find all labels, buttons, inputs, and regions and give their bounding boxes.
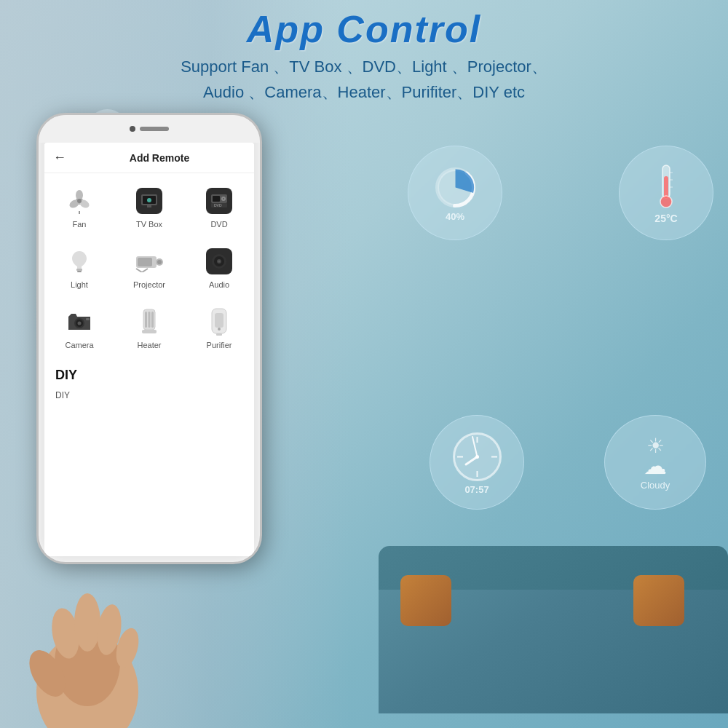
app-header: ← Add Remote xyxy=(44,143,254,173)
phone-frame: ← Add Remote xyxy=(36,113,262,564)
device-camera[interactable]: Camera xyxy=(44,298,114,358)
device-tv-box[interactable]: TV Box xyxy=(114,177,184,237)
svg-rect-31 xyxy=(86,318,90,320)
svg-rect-19 xyxy=(138,258,152,266)
projector-icon xyxy=(134,246,165,277)
humidity-ring-svg xyxy=(432,164,479,211)
humidity-value: 40% xyxy=(446,211,464,222)
phone-wrapper: ← Add Remote xyxy=(36,113,262,564)
svg-point-56 xyxy=(475,455,479,459)
device-light[interactable]: Light xyxy=(44,237,114,298)
svg-line-22 xyxy=(136,269,142,272)
svg-text:DVD: DVD xyxy=(214,203,222,207)
device-audio[interactable]: Audio xyxy=(184,237,254,298)
purifier-icon xyxy=(204,306,234,337)
dvd-icon: DVD xyxy=(204,186,234,216)
svg-point-4 xyxy=(77,199,82,203)
subtitle-line2: Audio 、Camera、Heater、Purifiter、DIY etc xyxy=(203,83,525,101)
phone-volume-button xyxy=(36,188,38,213)
sofa xyxy=(379,568,728,713)
diy-item[interactable]: DIY xyxy=(55,386,243,405)
heater-icon xyxy=(134,306,165,337)
temperature-value: 25°C xyxy=(654,213,677,224)
device-dvd[interactable]: DVD DVD xyxy=(184,177,254,237)
svg-point-30 xyxy=(78,322,82,325)
svg-point-27 xyxy=(218,261,221,263)
main-title: App Control xyxy=(0,7,728,51)
title-area: App Control Support Fan 、TV Box 、DVD、Lig… xyxy=(0,7,728,105)
tv-box-icon xyxy=(134,186,165,216)
purifier-label: Purifier xyxy=(207,341,232,349)
device-fan[interactable]: Fan xyxy=(44,177,114,237)
tv-box-icon-dark xyxy=(136,188,162,214)
svg-rect-16 xyxy=(76,269,82,271)
humidity-bubble: 40% xyxy=(408,146,502,240)
svg-point-21 xyxy=(157,260,162,264)
tv-box-label: TV Box xyxy=(136,220,162,229)
svg-point-45 xyxy=(660,196,672,207)
clock-svg xyxy=(450,430,505,484)
sofa-pillow-1 xyxy=(400,575,451,626)
svg-rect-36 xyxy=(142,330,157,333)
svg-rect-17 xyxy=(77,271,82,272)
diy-section: DIY DIY xyxy=(44,362,254,408)
subtitle-line1: Support Fan 、TV Box 、DVD、Light 、Projecto… xyxy=(181,58,547,76)
phone-camera xyxy=(130,126,135,132)
svg-rect-34 xyxy=(149,312,151,328)
sofa-pillow-2 xyxy=(633,575,684,626)
thermometer-svg xyxy=(648,162,684,213)
app-header-title: Add Remote xyxy=(74,152,245,164)
hand-holding-phone xyxy=(22,561,153,728)
device-projector[interactable]: Projector xyxy=(114,237,184,298)
svg-rect-33 xyxy=(145,312,147,328)
svg-rect-44 xyxy=(664,176,668,198)
svg-rect-11 xyxy=(213,196,220,202)
svg-rect-38 xyxy=(215,313,223,328)
subtitle: Support Fan 、TV Box 、DVD、Light 、Projecto… xyxy=(0,54,728,105)
svg-rect-35 xyxy=(151,312,154,328)
weather-bubble: ☀ ☁ Cloudy xyxy=(604,415,706,510)
diy-header: DIY xyxy=(55,368,243,383)
weather-condition: Cloudy xyxy=(641,480,670,491)
projector-label: Projector xyxy=(133,280,165,289)
room-sofa-area xyxy=(364,510,728,728)
clock-bubble: 07:57 xyxy=(430,415,524,510)
audio-label: Audio xyxy=(209,280,229,289)
svg-line-23 xyxy=(142,269,148,272)
svg-rect-8 xyxy=(147,205,151,207)
bubble-area: 40% 25°C xyxy=(408,146,713,510)
temperature-bubble: 25°C xyxy=(619,146,713,240)
phone-speaker xyxy=(140,127,169,131)
device-heater[interactable]: Heater xyxy=(114,298,184,358)
dvd-label: DVD xyxy=(210,220,227,229)
device-purifier[interactable]: Purifier xyxy=(184,298,254,358)
light-label: Light xyxy=(71,280,88,289)
clock-time: 07:57 xyxy=(464,484,488,495)
svg-point-60 xyxy=(74,593,100,652)
svg-rect-40 xyxy=(216,333,222,336)
audio-icon xyxy=(204,246,234,277)
camera-icon xyxy=(64,306,95,337)
svg-point-1 xyxy=(76,190,83,200)
light-icon xyxy=(64,246,95,277)
fan-icon xyxy=(64,186,95,216)
back-button[interactable]: ← xyxy=(53,150,66,165)
device-grid: Fan TV Box xyxy=(44,173,254,362)
audio-icon-dark xyxy=(206,248,232,274)
svg-point-13 xyxy=(223,198,224,199)
cloud-icon: ☁ xyxy=(644,452,667,480)
fan-label: Fan xyxy=(73,220,87,229)
svg-point-39 xyxy=(218,328,221,331)
svg-point-9 xyxy=(147,198,151,202)
dvd-icon-dark: DVD xyxy=(206,188,232,214)
phone-top-bar xyxy=(39,115,260,143)
heater-label: Heater xyxy=(137,341,161,349)
fan-icon-svg xyxy=(66,188,92,214)
phone-screen: ← Add Remote xyxy=(44,143,254,556)
phone-power-button xyxy=(261,210,262,246)
camera-label: Camera xyxy=(65,341,93,349)
